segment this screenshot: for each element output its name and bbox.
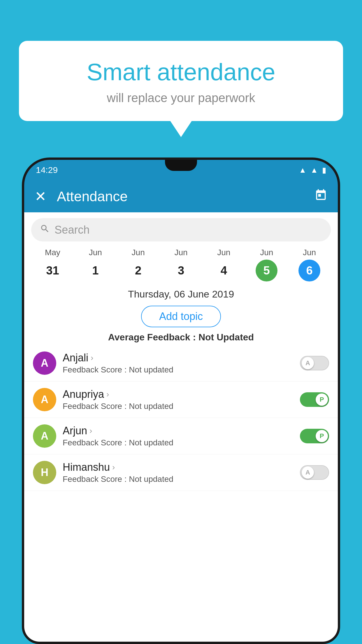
cal-month-label: Jun — [303, 248, 316, 257]
toggle-knob: A — [302, 466, 314, 479]
student-feedback: Feedback Score : Not updated — [63, 475, 300, 484]
student-name-text: Arjun — [63, 425, 87, 437]
student-avatar: A — [33, 351, 56, 375]
search-icon — [40, 224, 50, 236]
app-bar-title: Attendance — [57, 188, 314, 204]
add-topic-button[interactable]: Add topic — [141, 306, 221, 327]
cal-month-label: Jun — [174, 248, 187, 257]
chevron-right-icon: › — [106, 390, 109, 399]
cal-month-label: Jun — [217, 248, 230, 257]
feedback-value: Not updated — [129, 475, 173, 484]
status-icons: ▲ ▲ ▮ — [299, 166, 326, 175]
student-name: Anjali› — [63, 352, 300, 364]
bubble-title: Smart attendance — [34, 58, 328, 86]
close-button[interactable]: ✕ — [35, 188, 46, 204]
feedback-label: Feedback Score : — [63, 475, 129, 484]
student-name: Anupriya› — [63, 388, 300, 400]
feedback-value: Not updated — [129, 365, 173, 374]
avg-feedback: Average Feedback : Not Updated — [24, 332, 338, 343]
chevron-right-icon: › — [91, 353, 93, 363]
search-bar[interactable]: Search — [31, 218, 331, 242]
cal-month-label: Jun — [89, 248, 102, 257]
battery-icon: ▮ — [322, 166, 326, 175]
student-item[interactable]: HHimanshu›Feedback Score : Not updatedA — [24, 454, 338, 491]
student-info: Anjali›Feedback Score : Not updated — [63, 352, 300, 374]
attendance-toggle[interactable]: P — [300, 429, 329, 443]
toggle-knob: P — [316, 430, 328, 442]
bubble-subtitle: will replace your paperwork — [34, 91, 328, 105]
avg-feedback-value: Not Updated — [198, 332, 254, 342]
cal-date-number[interactable]: 3 — [170, 260, 192, 281]
calendar-day[interactable]: Jun2 — [117, 248, 160, 281]
student-info: Anupriya›Feedback Score : Not updated — [63, 388, 300, 411]
chevron-right-icon: › — [89, 426, 92, 435]
calendar-day[interactable]: Jun3 — [160, 248, 203, 281]
feedback-label: Feedback Score : — [63, 365, 129, 374]
cal-date-number[interactable]: 6 — [298, 260, 320, 281]
calendar-day[interactable]: Jun1 — [74, 248, 117, 281]
student-avatar: A — [33, 424, 56, 448]
cal-month-label: Jun — [260, 248, 273, 257]
signal-icon: ▲ — [310, 166, 318, 175]
cal-month-label: May — [45, 248, 60, 257]
student-info: Arjun›Feedback Score : Not updated — [63, 425, 300, 447]
student-item[interactable]: AAnjali›Feedback Score : Not updatedA — [24, 345, 338, 382]
phone-content: Search May31Jun1Jun2Jun3Jun4Jun5Jun6 Thu… — [24, 212, 338, 642]
selected-date-label: Thursday, 06 June 2019 — [24, 288, 338, 300]
student-name-text: Anupriya — [63, 388, 104, 400]
wifi-icon: ▲ — [299, 166, 307, 175]
student-item[interactable]: AArjun›Feedback Score : Not updatedP — [24, 418, 338, 454]
attendance-toggle[interactable]: P — [300, 392, 329, 407]
calendar-day[interactable]: Jun5 — [245, 248, 288, 281]
feedback-label: Feedback Score : — [63, 402, 129, 411]
calendar-strip: May31Jun1Jun2Jun3Jun4Jun5Jun6 — [24, 242, 338, 284]
student-name-text: Anjali — [63, 352, 88, 364]
student-info: Himanshu›Feedback Score : Not updated — [63, 461, 300, 484]
phone-frame: 14:29 ▲ ▲ ▮ ✕ Attendance Search — [22, 158, 340, 644]
cal-date-number[interactable]: 2 — [127, 260, 149, 281]
calendar-day[interactable]: May31 — [31, 248, 74, 281]
cal-date-number[interactable]: 31 — [42, 260, 64, 281]
student-feedback: Feedback Score : Not updated — [63, 365, 300, 374]
student-avatar: A — [33, 388, 56, 411]
calendar-day[interactable]: Jun6 — [288, 248, 331, 281]
speech-bubble: Smart attendance will replace your paper… — [19, 41, 343, 121]
attendance-toggle[interactable]: A — [300, 356, 329, 370]
feedback-value: Not updated — [129, 438, 173, 447]
cal-month-label: Jun — [132, 248, 145, 257]
toggle-knob: P — [316, 393, 328, 406]
student-item[interactable]: AAnupriya›Feedback Score : Not updatedP — [24, 382, 338, 418]
calendar-icon[interactable] — [314, 189, 327, 204]
student-name-text: Himanshu — [63, 461, 110, 473]
chevron-right-icon: › — [112, 463, 115, 472]
attendance-toggle[interactable]: A — [300, 465, 329, 480]
student-feedback: Feedback Score : Not updated — [63, 402, 300, 411]
cal-date-number[interactable]: 1 — [85, 260, 106, 281]
search-placeholder: Search — [55, 224, 89, 236]
calendar-day[interactable]: Jun4 — [202, 248, 245, 281]
student-feedback: Feedback Score : Not updated — [63, 438, 300, 447]
student-avatar: H — [33, 461, 56, 484]
feedback-value: Not updated — [129, 402, 173, 411]
cal-date-number[interactable]: 5 — [256, 260, 277, 281]
status-time: 14:29 — [36, 165, 58, 175]
student-list: AAnjali›Feedback Score : Not updatedAAAn… — [24, 345, 338, 491]
student-name: Arjun› — [63, 425, 300, 437]
toggle-knob: A — [302, 357, 314, 369]
avg-feedback-label: Average Feedback : — [108, 332, 198, 342]
app-bar: ✕ Attendance — [24, 180, 338, 212]
feedback-label: Feedback Score : — [63, 438, 129, 447]
cal-date-number[interactable]: 4 — [213, 260, 235, 281]
speech-bubble-container: Smart attendance will replace your paper… — [19, 41, 343, 121]
student-name: Himanshu› — [63, 461, 300, 473]
phone-notch — [165, 160, 197, 171]
